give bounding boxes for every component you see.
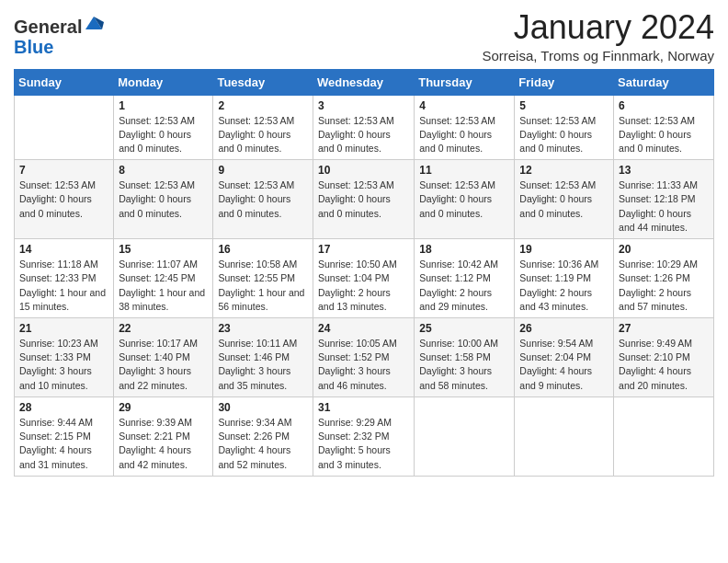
day-number: 17 <box>318 243 409 256</box>
day-number: 18 <box>419 243 509 256</box>
calendar-cell: 5Sunset: 12:53 AM Daylight: 0 hours and … <box>515 95 614 160</box>
day-info: Sunset: 12:53 AM Daylight: 0 hours and 0… <box>218 178 308 221</box>
day-info: Sunrise: 9:39 AM Sunset: 2:21 PM Dayligh… <box>119 416 208 472</box>
day-number: 31 <box>318 401 409 414</box>
day-info: Sunrise: 10:23 AM Sunset: 1:33 PM Daylig… <box>19 337 108 393</box>
day-number: 20 <box>619 243 709 256</box>
day-number: 13 <box>619 164 709 177</box>
calendar-cell: 21Sunrise: 10:23 AM Sunset: 1:33 PM Dayl… <box>15 318 114 397</box>
calendar-cell: 16Sunrise: 10:58 AM Sunset: 12:55 PM Day… <box>213 239 313 318</box>
column-header-sunday: Sunday <box>15 69 114 95</box>
calendar-cell: 31Sunrise: 9:29 AM Sunset: 2:32 PM Dayli… <box>313 396 414 476</box>
day-number: 16 <box>218 243 308 256</box>
calendar-cell <box>15 95 114 160</box>
day-number: 14 <box>19 243 108 256</box>
day-number: 11 <box>419 164 509 177</box>
day-info: Sunrise: 10:36 AM Sunset: 1:19 PM Daylig… <box>519 258 609 314</box>
calendar-header-row: SundayMondayTuesdayWednesdayThursdayFrid… <box>15 69 714 95</box>
day-number: 19 <box>519 243 609 256</box>
column-header-thursday: Thursday <box>415 69 515 95</box>
day-number: 3 <box>318 99 409 112</box>
calendar-cell: 10Sunset: 12:53 AM Daylight: 0 hours and… <box>313 160 414 239</box>
calendar-cell: 3Sunset: 12:53 AM Daylight: 0 hours and … <box>313 95 414 160</box>
day-number: 9 <box>218 164 308 177</box>
day-info: Sunrise: 9:49 AM Sunset: 2:10 PM Dayligh… <box>619 337 709 393</box>
calendar-cell: 14Sunrise: 11:18 AM Sunset: 12:33 PM Day… <box>15 239 114 318</box>
calendar-cell <box>415 396 515 476</box>
day-info: Sunset: 12:53 AM Daylight: 0 hours and 0… <box>19 178 108 221</box>
day-number: 28 <box>19 401 108 414</box>
calendar-cell: 8Sunset: 12:53 AM Daylight: 0 hours and … <box>114 160 213 239</box>
logo-general: General <box>14 17 82 37</box>
day-info: Sunrise: 11:18 AM Sunset: 12:33 PM Dayli… <box>19 258 108 314</box>
day-number: 6 <box>619 99 709 112</box>
calendar-cell: 6Sunset: 12:53 AM Daylight: 0 hours and … <box>614 95 714 160</box>
calendar-cell: 9Sunset: 12:53 AM Daylight: 0 hours and … <box>213 160 313 239</box>
calendar-week-row: 28Sunrise: 9:44 AM Sunset: 2:15 PM Dayli… <box>15 396 714 476</box>
day-info: Sunset: 12:53 AM Daylight: 0 hours and 0… <box>218 114 308 156</box>
day-number: 26 <box>519 322 609 335</box>
day-number: 7 <box>19 164 108 177</box>
day-number: 25 <box>419 322 509 335</box>
calendar-cell: 20Sunrise: 10:29 AM Sunset: 1:26 PM Dayl… <box>614 239 714 318</box>
logo-triangle-icon <box>84 13 104 33</box>
calendar-cell: 25Sunrise: 10:00 AM Sunset: 1:58 PM Dayl… <box>415 318 515 397</box>
calendar-cell: 28Sunrise: 9:44 AM Sunset: 2:15 PM Dayli… <box>15 396 114 476</box>
calendar-cell: 24Sunrise: 10:05 AM Sunset: 1:52 PM Dayl… <box>313 318 414 397</box>
day-info: Sunrise: 9:34 AM Sunset: 2:26 PM Dayligh… <box>218 416 308 472</box>
day-number: 12 <box>519 164 609 177</box>
day-info: Sunrise: 10:05 AM Sunset: 1:52 PM Daylig… <box>318 337 409 393</box>
day-number: 5 <box>519 99 609 112</box>
calendar-cell: 4Sunset: 12:53 AM Daylight: 0 hours and … <box>415 95 515 160</box>
calendar-cell: 17Sunrise: 10:50 AM Sunset: 1:04 PM Dayl… <box>313 239 414 318</box>
day-info: Sunset: 12:53 AM Daylight: 0 hours and 0… <box>419 178 509 221</box>
day-info: Sunrise: 10:42 AM Sunset: 1:12 PM Daylig… <box>419 258 509 314</box>
calendar-cell: 26Sunrise: 9:54 AM Sunset: 2:04 PM Dayli… <box>515 318 614 397</box>
day-info: Sunset: 12:53 AM Daylight: 0 hours and 0… <box>419 114 509 156</box>
day-number: 15 <box>119 243 208 256</box>
column-header-tuesday: Tuesday <box>213 69 313 95</box>
day-number: 2 <box>218 99 308 112</box>
calendar-week-row: 1Sunset: 12:53 AM Daylight: 0 hours and … <box>15 95 714 160</box>
day-info: Sunset: 12:53 AM Daylight: 0 hours and 0… <box>519 178 609 221</box>
day-info: Sunrise: 10:29 AM Sunset: 1:26 PM Daylig… <box>619 258 709 314</box>
calendar-week-row: 7Sunset: 12:53 AM Daylight: 0 hours and … <box>15 160 714 239</box>
calendar-cell: 15Sunrise: 11:07 AM Sunset: 12:45 PM Day… <box>114 239 213 318</box>
calendar-week-row: 21Sunrise: 10:23 AM Sunset: 1:33 PM Dayl… <box>15 318 714 397</box>
day-info: Sunrise: 9:54 AM Sunset: 2:04 PM Dayligh… <box>519 337 609 393</box>
logo-blue: Blue <box>14 37 53 57</box>
day-number: 10 <box>318 164 409 177</box>
calendar-cell <box>614 396 714 476</box>
day-number: 1 <box>119 99 208 112</box>
column-header-monday: Monday <box>114 69 213 95</box>
calendar-cell: 19Sunrise: 10:36 AM Sunset: 1:19 PM Dayl… <box>515 239 614 318</box>
day-info: Sunrise: 10:00 AM Sunset: 1:58 PM Daylig… <box>419 337 509 393</box>
calendar-cell: 29Sunrise: 9:39 AM Sunset: 2:21 PM Dayli… <box>114 396 213 476</box>
page-header: General Blue January 2024 Sorreisa, Trom… <box>14 9 714 63</box>
day-number: 8 <box>119 164 208 177</box>
calendar-cell: 7Sunset: 12:53 AM Daylight: 0 hours and … <box>15 160 114 239</box>
calendar-table: SundayMondayTuesdayWednesdayThursdayFrid… <box>14 69 714 477</box>
calendar-cell: 2Sunset: 12:53 AM Daylight: 0 hours and … <box>213 95 313 160</box>
calendar-cell: 22Sunrise: 10:17 AM Sunset: 1:40 PM Dayl… <box>114 318 213 397</box>
day-number: 4 <box>419 99 509 112</box>
month-title: January 2024 <box>482 9 714 46</box>
calendar-cell: 1Sunset: 12:53 AM Daylight: 0 hours and … <box>114 95 213 160</box>
day-number: 22 <box>119 322 208 335</box>
location-subtitle: Sorreisa, Troms og Finnmark, Norway <box>482 48 714 63</box>
day-number: 27 <box>619 322 709 335</box>
day-info: Sunrise: 10:11 AM Sunset: 1:46 PM Daylig… <box>218 337 308 393</box>
calendar-cell: 30Sunrise: 9:34 AM Sunset: 2:26 PM Dayli… <box>213 396 313 476</box>
day-info: Sunrise: 10:50 AM Sunset: 1:04 PM Daylig… <box>318 258 409 314</box>
calendar-cell: 23Sunrise: 10:11 AM Sunset: 1:46 PM Dayl… <box>213 318 313 397</box>
column-header-saturday: Saturday <box>614 69 714 95</box>
calendar-cell: 27Sunrise: 9:49 AM Sunset: 2:10 PM Dayli… <box>614 318 714 397</box>
day-info: Sunrise: 10:58 AM Sunset: 12:55 PM Dayli… <box>218 258 308 314</box>
day-info: Sunrise: 11:07 AM Sunset: 12:45 PM Dayli… <box>119 258 208 314</box>
day-info: Sunset: 12:53 AM Daylight: 0 hours and 0… <box>318 114 409 156</box>
calendar-week-row: 14Sunrise: 11:18 AM Sunset: 12:33 PM Day… <box>15 239 714 318</box>
column-header-friday: Friday <box>515 69 614 95</box>
day-info: Sunset: 12:53 AM Daylight: 0 hours and 0… <box>318 178 409 221</box>
day-number: 24 <box>318 322 409 335</box>
day-info: Sunset: 12:53 AM Daylight: 0 hours and 0… <box>519 114 609 156</box>
